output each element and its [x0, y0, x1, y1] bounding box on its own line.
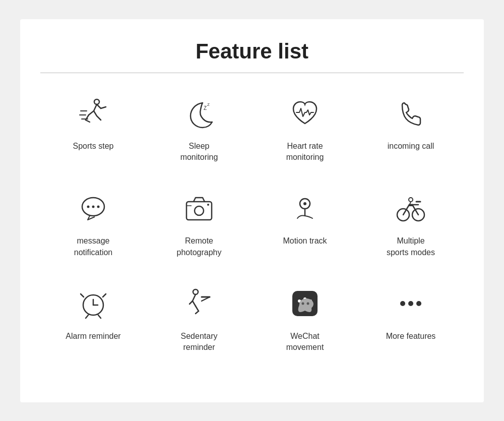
features-grid: Sports step Z Z Sleep monitoring Heart r…	[40, 93, 464, 353]
dots-icon	[388, 283, 433, 324]
feature-label-heart-rate-monitoring: Heart rate monitoring	[286, 141, 324, 163]
svg-point-9	[97, 206, 100, 208]
feature-item-remote-photography: Remote photography	[146, 188, 252, 258]
page-title: Feature list	[40, 39, 464, 64]
svg-point-31	[400, 301, 405, 306]
wechat-icon	[282, 283, 328, 324]
svg-point-32	[408, 301, 413, 306]
feature-item-multiple-sports-modes: Multiple sports modes	[358, 188, 464, 258]
feature-label-multiple-sports-modes: Multiple sports modes	[387, 235, 435, 258]
feature-item-sports-step: Sports step	[40, 93, 146, 163]
svg-point-8	[92, 206, 95, 208]
feature-label-sports-step: Sports step	[73, 141, 114, 152]
feature-label-message-notification: message notification	[74, 235, 113, 258]
svg-point-33	[416, 301, 421, 306]
svg-point-30	[307, 303, 309, 305]
svg-point-29	[302, 303, 304, 305]
feature-list-card: Feature list Sports step Z Z Sleep monit…	[20, 19, 484, 402]
svg-point-12	[207, 204, 209, 206]
svg-point-18	[409, 198, 413, 202]
svg-text:Z: Z	[207, 102, 210, 107]
feature-label-wechat-movement: WeChat movement	[286, 331, 324, 353]
alarm-icon	[71, 283, 116, 324]
camera-icon	[176, 188, 222, 228]
feature-label-alarm-reminder: Alarm reminder	[66, 331, 120, 342]
feature-item-more-features: More features	[358, 283, 464, 353]
feature-item-heart-rate-monitoring: Heart rate monitoring	[252, 93, 358, 163]
svg-point-15	[303, 202, 306, 205]
svg-point-11	[195, 206, 204, 215]
feature-label-more-features: More features	[386, 331, 436, 342]
location-icon	[282, 188, 328, 228]
svg-point-7	[87, 206, 90, 208]
feature-item-sedentary-reminder: Sedentary reminder	[146, 283, 252, 353]
feature-item-wechat-movement: WeChat movement	[252, 283, 358, 353]
feature-item-message-notification: message notification	[40, 188, 146, 258]
feature-label-incoming-call: incoming call	[388, 141, 434, 152]
svg-text:Z: Z	[204, 105, 207, 111]
feature-item-motion-track: Motion track	[252, 188, 358, 258]
runner-icon	[71, 93, 116, 134]
feature-item-alarm-reminder: Alarm reminder	[40, 283, 146, 353]
feature-label-sedentary-reminder: Sedentary reminder	[181, 331, 218, 353]
heart-rate-icon	[282, 93, 328, 134]
feature-item-sleep-monitoring: Z Z Sleep monitoring	[146, 93, 252, 163]
svg-point-0	[94, 99, 99, 104]
sedentary-icon	[176, 283, 222, 324]
phone-icon	[388, 93, 433, 134]
moon-icon: Z Z	[176, 93, 222, 134]
divider	[40, 73, 464, 73]
chat-icon	[71, 188, 116, 228]
feature-item-incoming-call: incoming call	[358, 93, 464, 163]
feature-label-remote-photography: Remote photography	[177, 235, 222, 258]
feature-label-sleep-monitoring: Sleep monitoring	[180, 141, 218, 163]
svg-point-22	[193, 289, 198, 294]
bicycle-icon	[388, 188, 433, 228]
feature-label-motion-track: Motion track	[283, 235, 327, 247]
